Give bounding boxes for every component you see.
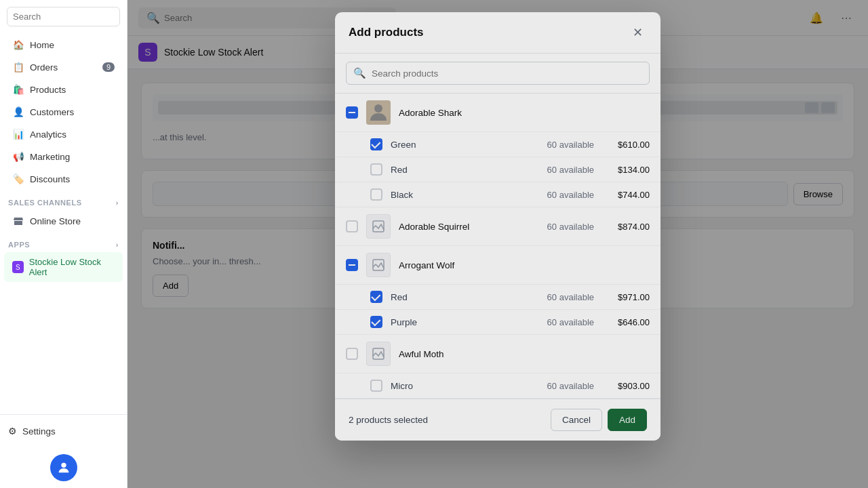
modal-header: Add products ✕ (335, 12, 660, 54)
sidebar-item-customers[interactable]: 👤 Customers (4, 101, 123, 123)
modal-close-button[interactable]: ✕ (628, 23, 647, 42)
product-parent-awful-moth[interactable]: Awful Moth (335, 335, 660, 373)
variant-row-as-red[interactable]: Red 60 available $134.00 (335, 157, 660, 182)
variant-price-aw-red: $971.00 (602, 292, 650, 302)
footer-actions: Cancel Add (551, 409, 647, 431)
product-thumb-placeholder-awful-moth (366, 342, 391, 366)
sidebar-stockie-label: Stockie Low Stock Alert (29, 257, 115, 277)
main-area: 🔍 🔔 ⋯ S Stockie Low Stock Alert ...at th… (127, 0, 868, 488)
sidebar-item-settings[interactable]: ⚙ Settings (8, 422, 119, 441)
sidebar-products-label: Products (30, 85, 66, 95)
variant-stock-as-red: 60 available (533, 165, 594, 175)
svg-point-2 (374, 104, 382, 113)
sidebar-item-marketing[interactable]: 📢 Marketing (4, 146, 123, 167)
variant-stock-as-green: 60 available (533, 140, 594, 150)
sidebar-discounts-label: Discounts (30, 174, 70, 184)
variant-price-as-black: $744.00 (602, 190, 650, 200)
variant-stock-aw-purple: 60 available (533, 317, 594, 327)
orders-icon: 📋 (12, 61, 24, 73)
sidebar-item-products[interactable]: 🛍️ Products (4, 79, 123, 100)
product-name-adorable-squirrel: Adorable Squirrel (399, 222, 525, 232)
variant-row-aw-purple[interactable]: Purple 60 available $646.00 (335, 310, 660, 335)
product-price-adorable-squirrel: $874.00 (602, 222, 650, 232)
product-parent-arrogant-wolf[interactable]: Arrogant Wolf (335, 246, 660, 285)
svg-point-0 (61, 463, 66, 468)
variant-row-as-black[interactable]: Black 60 available $744.00 (335, 182, 660, 207)
variant-price-aw-purple: $646.00 (602, 317, 650, 327)
discounts-icon: 🏷️ (12, 173, 24, 185)
modal-search-inner: 🔍 (346, 62, 650, 85)
avatar[interactable] (50, 454, 77, 481)
sidebar-item-analytics[interactable]: 📊 Analytics (4, 123, 123, 145)
sidebar-nav: 🏠 Home 📋 Orders 9 🛍️ Products 👤 Customer… (0, 33, 127, 414)
modal-footer: 2 products selected Cancel Add (335, 399, 660, 441)
analytics-icon: 📊 (12, 128, 24, 140)
modal-product-list: Adorable Shark Green 60 available $610.0… (335, 94, 660, 399)
checkbox-adorable-shark[interactable] (346, 106, 358, 119)
product-stock-adorable-squirrel: 60 available (533, 222, 594, 232)
customers-icon: 👤 (12, 106, 24, 118)
sidebar-bottom: ⚙ Settings (0, 414, 127, 447)
modal-search-area: 🔍 (335, 54, 660, 94)
stockie-icon: S (12, 261, 24, 273)
marketing-icon: 📢 (12, 150, 24, 163)
sidebar-item-home[interactable]: 🏠 Home (4, 34, 123, 56)
checkbox-as-green[interactable] (370, 138, 382, 150)
modal-search-input[interactable] (372, 68, 642, 79)
apps-label: Apps › (0, 232, 127, 251)
product-name-arrogant-wolf: Arrogant Wolf (399, 260, 650, 270)
variant-name-as-red: Red (391, 165, 525, 175)
variant-name-as-black: Black (391, 190, 525, 200)
sidebar-item-online-store[interactable]: Online Store (4, 210, 123, 232)
sidebar-orders-label: Orders (30, 62, 58, 73)
sidebar-item-discounts[interactable]: 🏷️ Discounts (4, 168, 123, 190)
sales-channels-chevron-icon: › (116, 199, 119, 207)
checkbox-aw-purple[interactable] (370, 316, 382, 328)
add-products-modal: Add products ✕ 🔍 Adorable Shark Green 6 (335, 12, 660, 441)
products-icon: 🛍️ (12, 83, 24, 96)
checkbox-awful-moth[interactable] (346, 348, 358, 360)
product-name-adorable-shark: Adorable Shark (399, 108, 650, 118)
variant-stock-aw-red: 60 available (533, 292, 594, 302)
cancel-button[interactable]: Cancel (551, 409, 602, 431)
variant-name-as-green: Green (391, 140, 525, 150)
sales-channels-label: Sales channels › (0, 190, 127, 209)
product-thumb-placeholder-arrogant-wolf (366, 253, 391, 277)
product-name-awful-moth: Awful Moth (399, 349, 650, 359)
add-button[interactable]: Add (608, 409, 647, 431)
selected-count: 2 products selected (349, 415, 428, 425)
sidebar-item-orders[interactable]: 📋 Orders 9 (4, 56, 123, 78)
sidebar: 🏠 Home 📋 Orders 9 🛍️ Products 👤 Customer… (0, 0, 127, 488)
settings-label: Settings (22, 426, 56, 436)
checkbox-am-micro[interactable] (370, 380, 382, 392)
product-parent-adorable-shark[interactable]: Adorable Shark (335, 94, 660, 132)
product-parent-adorable-squirrel[interactable]: Adorable Squirrel 60 available $874.00 (335, 207, 660, 246)
sidebar-item-stockie[interactable]: S Stockie Low Stock Alert (4, 252, 123, 282)
sidebar-marketing-label: Marketing (30, 152, 70, 162)
variant-row-as-green[interactable]: Green 60 available $610.00 (335, 132, 660, 157)
store-icon (12, 215, 24, 227)
variant-price-am-micro: $903.00 (602, 381, 650, 391)
variant-stock-am-micro: 60 available (533, 381, 594, 391)
variant-price-as-green: $610.00 (602, 140, 650, 150)
modal-title: Add products (349, 26, 424, 39)
apps-chevron-icon: › (116, 241, 119, 249)
sidebar-customers-label: Customers (30, 107, 74, 117)
variant-row-aw-red[interactable]: Red 60 available $971.00 (335, 285, 660, 310)
sidebar-online-store-label: Online Store (30, 216, 81, 226)
checkbox-arrogant-wolf[interactable] (346, 259, 358, 271)
sidebar-search-area (0, 0, 127, 33)
checkbox-as-red[interactable] (370, 163, 382, 176)
settings-icon: ⚙ (8, 426, 17, 436)
product-thumb-placeholder-adorable-squirrel (366, 214, 391, 239)
sidebar-analytics-label: Analytics (30, 129, 66, 140)
variant-name-aw-purple: Purple (391, 317, 525, 327)
variant-row-am-micro[interactable]: Micro 60 available $903.00 (335, 373, 660, 399)
home-icon: 🏠 (12, 39, 24, 51)
checkbox-as-black[interactable] (370, 188, 382, 201)
variant-name-am-micro: Micro (391, 381, 525, 391)
checkbox-aw-red[interactable] (370, 291, 382, 303)
sidebar-search-input[interactable] (7, 7, 120, 26)
variant-price-as-red: $134.00 (602, 165, 650, 175)
checkbox-adorable-squirrel[interactable] (346, 220, 358, 232)
